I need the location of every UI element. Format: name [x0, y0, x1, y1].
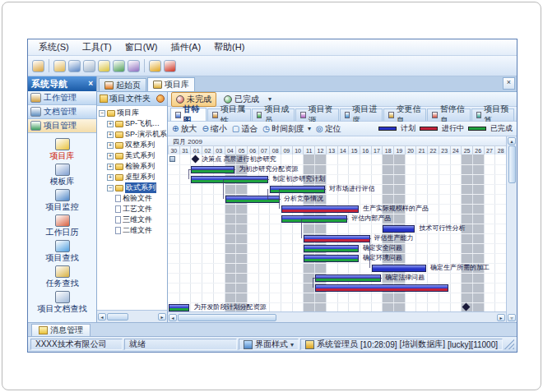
gantt-bar[interactable]	[304, 245, 359, 252]
menu-item-2[interactable]: 窗口(W)	[119, 40, 164, 54]
expand-icon[interactable]: +	[107, 164, 114, 170]
tree-item-8[interactable]: 检验文件	[99, 193, 167, 204]
scroll-thumb[interactable]	[508, 145, 516, 183]
gantt-bar[interactable]	[372, 265, 427, 272]
menu-item-1[interactable]: 工具(T)	[77, 40, 118, 54]
lock-icon[interactable]	[149, 60, 161, 72]
view-tab-project-members[interactable]: 项目成员	[252, 108, 295, 121]
gantt-bar[interactable]	[304, 255, 359, 262]
scroll-left-icon[interactable]: ◂	[169, 314, 177, 321]
close-tab-icon[interactable]: ×	[503, 77, 515, 90]
sidebar-item-project-search[interactable]: 项目查找	[28, 238, 96, 264]
sidebar-group-project-mgmt[interactable]: 项目管理	[28, 119, 96, 133]
message-manager-tab[interactable]: 消息管理	[31, 324, 90, 336]
scroll-right-icon[interactable]: ▸	[158, 313, 166, 321]
folder-icon	[107, 110, 115, 117]
collapse-icon[interactable]: −	[107, 185, 114, 191]
fit-button[interactable]: ▢适合	[232, 123, 258, 135]
sidebar-group-doc-mgmt[interactable]: 文档管理	[28, 105, 96, 119]
tree-item-7[interactable]: −欧式系列	[99, 182, 167, 193]
status-style-selector[interactable]: 界面样式 ▾	[239, 339, 299, 350]
zoom-out-button[interactable]: ⊖缩小	[202, 123, 226, 135]
locate-button[interactable]: ◎定位	[316, 123, 341, 135]
zoom-in-button[interactable]: ⊕放大	[172, 123, 197, 135]
gantt-bar[interactable]	[169, 304, 189, 311]
expand-icon[interactable]: +	[107, 174, 114, 181]
scroll-thumb[interactable]	[107, 313, 128, 321]
sidebar-item-template-library[interactable]: 模板库	[28, 162, 96, 187]
document-tabstrip: 起始页项目库×	[97, 76, 517, 92]
expand-icon[interactable]: +	[107, 153, 114, 159]
gantt-bar[interactable]	[304, 235, 369, 242]
tree-item-11[interactable]: 二维文件	[99, 225, 167, 236]
view-tab-project-props[interactable]: 项目属性	[207, 108, 250, 121]
expand-icon[interactable]: +	[107, 121, 114, 127]
scroll-thumb[interactable]	[178, 314, 276, 321]
view-tab-gantt[interactable]: 甘特图	[170, 108, 207, 121]
sidebar-item-label: 项目监控	[46, 202, 79, 211]
exit-icon[interactable]	[164, 60, 176, 72]
tree-item-5[interactable]: +检验系列	[99, 161, 167, 172]
pin-icon[interactable]	[156, 95, 165, 103]
gantt-horizontal-scrollbar[interactable]: ◂ ▸	[168, 311, 506, 322]
gantt-pane: 未完成已完成▾ 甘特图项目属性项目成员项目资源项目进度变更信息暂停信息项目预算 …	[168, 92, 517, 322]
sidebar-item-task-search[interactable]: 任务查找	[28, 264, 96, 289]
folder-icon[interactable]	[53, 60, 66, 72]
tree-item-1[interactable]: +SP-飞机试验系	[99, 118, 167, 129]
print-icon[interactable]	[83, 60, 95, 72]
menu-item-0[interactable]: 系统(S)	[33, 40, 75, 54]
monitor-icon[interactable]	[113, 60, 125, 72]
time-scale-button[interactable]: ◷时间刻度▾	[262, 123, 311, 135]
gantt-vertical-scrollbar[interactable]: ▴ ▿	[506, 136, 517, 322]
folder-icon	[115, 153, 123, 159]
view-tab-pause-info[interactable]: 暂停信息	[427, 108, 470, 121]
sidebar-item-project-monitor[interactable]: 项目监控	[28, 187, 96, 213]
tree-item-4[interactable]: +美式系列	[99, 150, 167, 161]
menu-item-4[interactable]: 帮助(H)	[208, 40, 250, 54]
tab-project-library[interactable]: 项目库	[147, 77, 195, 91]
tree-item-0[interactable]: −项目库	[99, 108, 167, 118]
view-tab-project-resources[interactable]: 项目资源	[295, 108, 338, 121]
scroll-down-icon[interactable]: ▿	[508, 314, 516, 321]
gantt-bar[interactable]	[281, 205, 359, 213]
style-label: 界面样式	[255, 339, 288, 350]
gantt-bar[interactable]	[383, 225, 415, 233]
tree-horizontal-scrollbar[interactable]: ◂ ▸	[97, 310, 167, 322]
mail-icon[interactable]	[98, 60, 110, 72]
sidebar-item-project-doc-search[interactable]: 项目文档查找	[28, 289, 96, 315]
view-tab-project-progress[interactable]: 项目进度	[340, 108, 383, 121]
chevron-down-icon[interactable]: ▾	[268, 95, 272, 103]
gantt-bar[interactable]	[315, 284, 448, 292]
view-tab-change-info[interactable]: 变更信息	[383, 108, 426, 121]
tree-item-2[interactable]: +SP-演示机系	[99, 129, 167, 140]
resize-grip[interactable]	[504, 339, 514, 349]
tree-item-9[interactable]: 工艺文件	[99, 204, 167, 214]
sidebar-item-work-calendar[interactable]: 工作日历	[28, 213, 96, 238]
tree-item-6[interactable]: +桌型系列	[99, 172, 167, 182]
settings-icon[interactable]	[128, 60, 140, 72]
zoom-out-icon: ⊖	[202, 124, 208, 133]
milestone-diamond[interactable]	[192, 155, 200, 164]
report-icon[interactable]	[68, 60, 81, 72]
tree-item-10[interactable]: 三维文件	[99, 214, 167, 225]
scroll-right-icon[interactable]: ▸	[497, 314, 505, 321]
collapse-icon[interactable]: −	[99, 110, 105, 117]
expand-icon[interactable]: +	[107, 131, 114, 138]
scroll-up-icon[interactable]: ▴	[508, 137, 516, 145]
clock-icon: ◷	[262, 124, 270, 133]
legend-label: 计划	[401, 123, 415, 134]
sidebar-group-work-mgmt[interactable]: 工作管理	[28, 91, 96, 105]
grid-row-line	[168, 253, 506, 254]
tab-start-page[interactable]: 起始页	[99, 78, 146, 91]
view-tab-project-budget[interactable]: 项目预算	[471, 108, 514, 121]
tree-item-3[interactable]: +双整系列	[99, 140, 167, 150]
menu-item-3[interactable]: 插件(A)	[165, 40, 207, 54]
expand-icon[interactable]: +	[107, 142, 114, 149]
start-page-icon	[104, 81, 114, 90]
sidebar-item-project-library[interactable]: 项目库	[28, 136, 96, 162]
close-icon[interactable]: ×	[88, 80, 93, 88]
data-grid-icon[interactable]	[32, 60, 44, 72]
scroll-left-icon[interactable]: ◂	[98, 313, 106, 321]
bar-status-part	[169, 308, 188, 311]
time-scale-label: 时间刻度	[272, 123, 304, 135]
